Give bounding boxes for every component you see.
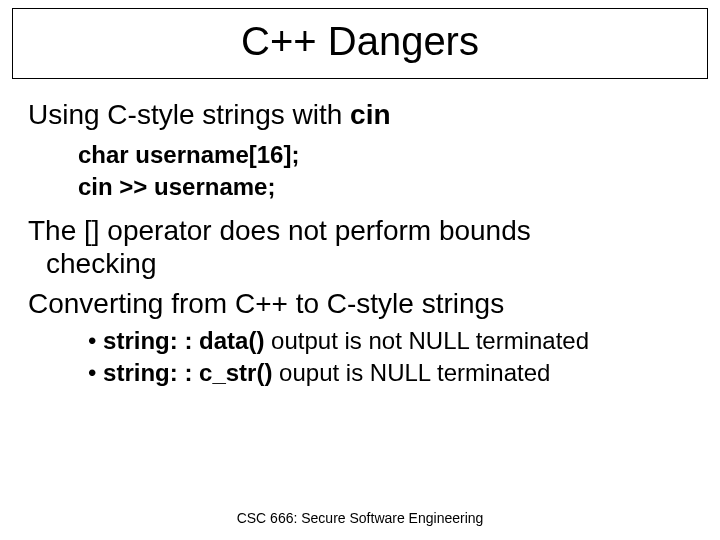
list-item: string: : c_str() ouput is NULL terminat… (88, 359, 690, 387)
code-line-1: char username[16]; (78, 139, 690, 171)
bullet-2-rest: ouput is NULL terminated (272, 359, 550, 386)
bullet-list: string: : data() output is not NULL term… (88, 327, 690, 387)
bullet-2-strong: string: : c_str() (103, 359, 272, 386)
slide: C++ Dangers Using C-style strings with c… (0, 8, 720, 540)
title-box: C++ Dangers (12, 8, 708, 79)
content-area: Using C-style strings with cin char user… (0, 79, 720, 387)
intro-keyword: cin (350, 99, 390, 130)
bounds-line-2: checking (28, 247, 690, 281)
code-block: char username[16]; cin >> username; (78, 139, 690, 204)
paragraph-bounds: The [] operator does not perform bounds … (28, 214, 690, 281)
slide-title: C++ Dangers (13, 19, 707, 64)
intro-line: Using C-style strings with cin (28, 99, 690, 131)
footer-text: CSC 666: Secure Software Engineering (0, 510, 720, 526)
intro-text: Using C-style strings with (28, 99, 350, 130)
paragraph-convert: Converting from C++ to C-style strings (28, 287, 690, 321)
bullet-1-rest: output is not NULL terminated (264, 327, 589, 354)
bounds-line-1: The [] operator does not perform bounds (28, 214, 690, 248)
list-item: string: : data() output is not NULL term… (88, 327, 690, 355)
bullet-1-strong: string: : data() (103, 327, 264, 354)
code-line-2: cin >> username; (78, 171, 690, 203)
